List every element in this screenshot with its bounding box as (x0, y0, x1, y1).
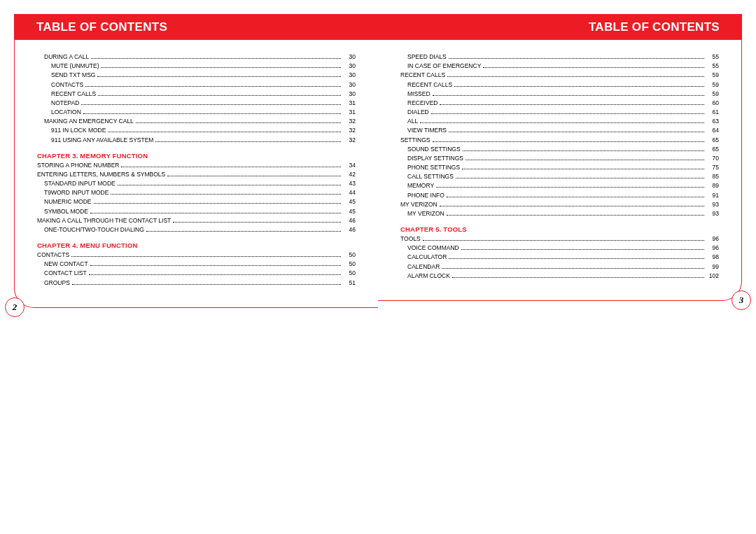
toc-leader-dots (449, 258, 704, 259)
toc-entry-page: 91 (706, 191, 719, 200)
toc-entry-page: 46 (343, 216, 356, 225)
toc-entry-page: 31 (343, 108, 356, 117)
toc-leader-dots (465, 160, 704, 160)
toc-leader-dots (146, 231, 341, 232)
toc-entry: PHONE SETTINGS75 (400, 163, 719, 172)
toc-entry-label: SYMBOL MODE (44, 207, 88, 216)
toc-entry: NUMERIC MODE45 (37, 197, 356, 206)
toc-entry: ALL63 (400, 117, 719, 126)
toc-entry: RECENT CALLS59 (400, 71, 719, 80)
toc-entry-label: NEW CONTACT (44, 260, 88, 269)
toc-entry-page: 45 (343, 207, 356, 216)
toc-entry-page: 64 (706, 126, 719, 135)
toc-entry-page: 60 (706, 99, 719, 108)
toc-leader-dots (463, 150, 704, 151)
toc-leader-dots (447, 76, 704, 77)
toc-leader-dots (136, 122, 341, 123)
page-number-right: 3 (732, 290, 751, 310)
toc-entry: MAKING AN EMERGENCY CALL32 (37, 117, 356, 126)
toc-leader-dots (118, 185, 341, 185)
toc-entry-label: RECENT CALLS (51, 90, 96, 99)
toc-leader-dots (98, 95, 341, 96)
toc-entry: GROUPS51 (37, 279, 356, 288)
toc-entry-page: 98 (706, 253, 719, 262)
toc-entry: MY VERIZON93 (400, 209, 719, 218)
toc-entry-label: DISPLAY SETTINGS (407, 154, 463, 163)
toc-content-left: DURING A CALL30MUTE (UNMUTE)30SEND TXT M… (14, 40, 378, 308)
toc-entry-page: 59 (706, 80, 719, 90)
toc-leader-dots (97, 76, 341, 77)
chapter-heading: CHAPTER 3. MEMORY FUNCTION (37, 145, 356, 161)
toc-entry-label: VOICE COMMAND (407, 244, 459, 253)
toc-entry-page: 51 (343, 279, 356, 288)
page-header-left: TABLE OF CONTENTS (14, 14, 378, 40)
toc-entry-page: 63 (706, 117, 719, 126)
toc-entry-label: MAKING AN EMERGENCY CALL (44, 117, 134, 126)
toc-entry-page: 55 (706, 52, 719, 62)
toc-entry-page: 30 (343, 80, 356, 90)
toc-entry-label: CALCULATOR (407, 253, 447, 262)
toc-entry: CALCULATOR98 (400, 253, 719, 262)
toc-entry: SETTINGS65 (400, 136, 719, 145)
toc-entry: DISPLAY SETTINGS70 (400, 154, 719, 163)
toc-leader-dots (155, 141, 341, 142)
toc-entry-label: MAKING A CALL THROUGH THE CONTACT LIST (37, 216, 171, 225)
toc-entry-page: 96 (706, 234, 719, 244)
toc-entry-label: ENTERING LETTERS, NUMBERS & SYMBOLS (37, 170, 165, 179)
toc-entry: DURING A CALL30 (37, 52, 356, 62)
toc-entry: RECENT CALLS30 (37, 90, 356, 99)
toc-entry: IN CASE OF EMERGENCY55 (400, 62, 719, 71)
toc-entry-label: STORING A PHONE NUMBER (37, 161, 119, 170)
toc-entry-page: 65 (706, 136, 719, 145)
toc-entry: STANDARD INPUT MODE43 (37, 179, 356, 188)
header-title: TABLE OF CONTENTS (36, 20, 167, 34)
toc-entry-label: CONTACT LIST (44, 269, 87, 278)
toc-entry-page: 30 (343, 52, 356, 62)
toc-entry-label: SEND TXT MSG (51, 71, 95, 80)
toc-entry-label: ONE-TOUCH/TWO-TOUCH DIALING (44, 225, 144, 234)
toc-entry-page: 59 (706, 90, 719, 99)
toc-entry-page: 102 (706, 272, 719, 281)
toc-leader-dots (449, 132, 704, 132)
toc-entry: T9WORD INPUT MODE44 (37, 188, 356, 197)
toc-entry: RECEIVED60 (400, 99, 719, 108)
toc-entry-label: RECENT CALLS (400, 71, 445, 80)
toc-entry-label: MY VERIZON (407, 209, 444, 218)
toc-entry: ENTERING LETTERS, NUMBERS & SYMBOLS42 (37, 170, 356, 179)
toc-leader-dots (440, 206, 704, 206)
toc-leader-dots (440, 104, 704, 105)
toc-entry-label: 911 USING ANY AVAILABLE SYSTEM (51, 136, 153, 145)
toc-leader-dots (81, 104, 341, 105)
page-number-value: 3 (739, 295, 744, 306)
toc-entry: CALENDAR99 (400, 262, 719, 272)
toc-entry-label: T9WORD INPUT MODE (44, 188, 108, 197)
toc-entry-page: 50 (343, 251, 356, 260)
page-number-left: 2 (5, 297, 24, 317)
toc-entry: STORING A PHONE NUMBER34 (37, 161, 356, 170)
toc-entry: SEND TXT MSG30 (37, 71, 356, 80)
toc-entry: SYMBOL MODE45 (37, 207, 356, 216)
toc-entry: CALL SETTINGS85 (400, 172, 719, 181)
toc-entry-page: 32 (343, 126, 356, 135)
toc-entry-page: 30 (343, 90, 356, 99)
toc-entry-page: 32 (343, 136, 356, 145)
toc-entry-label: IN CASE OF EMERGENCY (407, 62, 481, 71)
toc-entry-page: 32 (343, 117, 356, 126)
toc-leader-dots (456, 178, 704, 178)
toc-leader-dots (462, 169, 704, 169)
toc-entry-page: 70 (706, 154, 719, 163)
toc-entry: CONTACT LIST50 (37, 269, 356, 278)
toc-entry-label: ALARM CLOCK (407, 272, 450, 281)
toc-entry: VIEW TIMERS64 (400, 126, 719, 135)
toc-entry: MAKING A CALL THROUGH THE CONTACT LIST46 (37, 216, 356, 225)
toc-entry-label: VIEW TIMERS (407, 126, 447, 135)
toc-leader-dots (447, 197, 704, 197)
header-title: TABLE OF CONTENTS (589, 20, 720, 34)
chapter-heading: CHAPTER 4. MENU FUNCTION (37, 234, 356, 251)
toc-entry-page: 43 (343, 179, 356, 188)
toc-entry-page: 30 (343, 71, 356, 80)
toc-entry-label: GROUPS (44, 279, 70, 288)
toc-leader-dots (436, 187, 704, 188)
toc-entry: MUTE (UNMUTE)30 (37, 62, 356, 71)
toc-entry: SPEED DIALS55 (400, 52, 719, 62)
